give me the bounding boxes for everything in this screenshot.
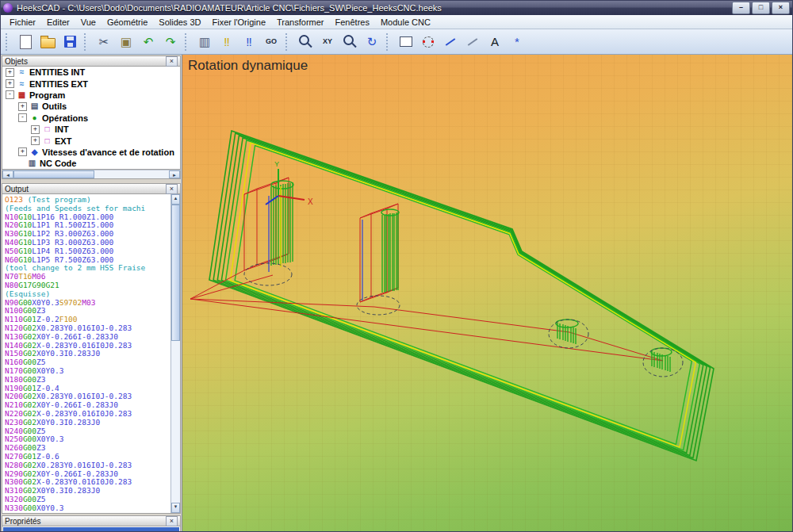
expander-icon[interactable]: - (6, 90, 14, 99)
tree-item-program[interactable]: -▦Program (2, 90, 180, 101)
entities-icon: ≈ (17, 80, 27, 88)
program-icon: ▦ (17, 91, 27, 99)
tree-item-operations[interactable]: -●Opérations (2, 113, 180, 124)
expander-icon[interactable]: - (18, 113, 27, 122)
output-panel-close-button[interactable]: × (166, 184, 178, 194)
tools-list-icon[interactable]: ▥ (193, 31, 216, 53)
open-file-icon[interactable] (36, 31, 59, 53)
properties-panel-title: Propriétés (5, 517, 41, 526)
objects-hscrollbar[interactable]: ◄ ► (2, 170, 181, 179)
title-bar[interactable]: HeeksCAD - C:\Users\Dodo\Documents\RADIO… (1, 1, 792, 15)
scroll-left-button[interactable]: ◄ (2, 170, 13, 178)
gcode-output-text: O123 (Test program)(Feeds and Speeds set… (5, 196, 170, 513)
expander-icon[interactable]: + (31, 136, 40, 145)
output-panel-title: Output (5, 185, 29, 193)
speeds-check-icon[interactable]: ‼ (216, 31, 238, 53)
menu-item-module-cnc[interactable]: Module CNC (375, 17, 436, 28)
pocket-hatch-left (271, 181, 293, 266)
paste-icon[interactable]: ▣ (115, 31, 137, 53)
scroll-down-button[interactable]: ▼ (171, 503, 180, 513)
profile-icon: □ (42, 137, 52, 145)
cut-icon[interactable]: ✂ (93, 31, 115, 53)
toolbar-grip (285, 33, 289, 51)
tree-item-int[interactable]: +□INT (2, 124, 180, 135)
axis-x-label: X (308, 197, 313, 206)
scroll-right-button[interactable]: ► (169, 170, 180, 178)
tree-item-outils[interactable]: +▤Outils (2, 101, 180, 112)
tree-item-entities-int[interactable]: +≈ENTITIES INT (2, 67, 180, 78)
menu-item-vue[interactable]: Vue (75, 17, 102, 28)
objects-panel-title: Objets (5, 57, 28, 66)
expander-icon[interactable]: + (18, 102, 27, 111)
menu-item-fichier[interactable]: Fichier (4, 17, 41, 28)
operations-icon: ● (29, 114, 40, 122)
expander-icon[interactable]: + (31, 125, 40, 134)
expander-icon[interactable]: + (6, 68, 14, 77)
objects-panel: Objets × +≈ENTITIES INT+≈ENTITIES EXT-▦P… (2, 55, 181, 179)
menu-item-editer[interactable]: Editer (41, 17, 75, 28)
scroll-thumb[interactable] (171, 205, 180, 341)
view-xy-icon[interactable]: XY (316, 31, 339, 53)
objects-tree: +≈ENTITIES INT+≈ENTITIES EXT-▦Program+▤O… (2, 67, 181, 170)
heekscad-window: HeeksCAD - C:\Users\Dodo\Documents\RADIO… (0, 0, 793, 532)
postprocess-icon[interactable]: GO (260, 31, 282, 53)
toolbar-grip (386, 33, 390, 51)
tree-item-entities-ext[interactable]: +≈ENTITIES EXT (2, 78, 180, 89)
toolbar-grip (185, 33, 189, 51)
tree-item-nc-code[interactable]: ▥NC Code (2, 158, 180, 169)
tools-icon: ▤ (29, 102, 40, 110)
menu-item-solides-3d[interactable]: Solides 3D (153, 17, 206, 28)
construction-line-icon[interactable] (462, 31, 484, 53)
text-tool-icon[interactable]: A (484, 31, 506, 53)
left-sidebar: Objets × +≈ENTITIES INT+≈ENTITIES EXT-▦P… (1, 55, 182, 532)
properties-panel-header[interactable]: Propriétés × (2, 515, 181, 526)
window-controls: –□× (732, 2, 790, 14)
tree-item-ext[interactable]: +□EXT (2, 135, 180, 146)
properties-panel-close-button[interactable]: × (166, 516, 178, 526)
save-icon[interactable] (59, 31, 81, 53)
menu-item-geometrie[interactable]: Géométrie (102, 17, 153, 28)
undo-icon[interactable]: ↶ (137, 31, 159, 53)
objects-panel-header[interactable]: Objets × (2, 55, 181, 67)
output-vscrollbar[interactable]: ▲ ▼ (170, 194, 180, 513)
entities-icon: ≈ (17, 68, 27, 76)
properties-panel: Propriétés × (2, 515, 181, 532)
output-panel-header[interactable]: Output × (2, 183, 181, 194)
pocket-hatch-right (381, 209, 399, 293)
redo-icon[interactable]: ↷ (159, 31, 182, 53)
axis-y-label: Y (274, 160, 279, 168)
maximize-button[interactable]: □ (752, 2, 770, 14)
objects-panel-close-button[interactable]: × (166, 56, 178, 67)
menu-item-fenetres[interactable]: Fenêtres (330, 17, 375, 28)
expander-icon[interactable]: + (6, 79, 14, 88)
properties-selected-row[interactable] (3, 527, 179, 532)
scroll-thumb[interactable] (13, 170, 94, 178)
rotate-view-icon[interactable]: ↻ (361, 31, 383, 53)
operations-check-icon[interactable]: ‼ (238, 31, 260, 53)
toolpath-contours (209, 131, 714, 461)
viewport-3d[interactable]: Rotation dynamique (182, 55, 793, 532)
menu-item-fixer-l-origine[interactable]: Fixer l'Origine (207, 17, 272, 28)
point-tool-icon[interactable]: * (506, 31, 528, 53)
new-file-icon[interactable] (14, 31, 36, 53)
select-box-icon[interactable] (395, 31, 417, 53)
part-outline-yellow (230, 143, 695, 447)
app-icon (3, 3, 13, 13)
viewport-mode-label: Rotation dynamique (188, 58, 308, 74)
toolbar: ✂▣↶↷▥‼‼GOXY↻A* (1, 29, 792, 55)
properties-grid (2, 526, 181, 532)
select-points-icon[interactable] (417, 31, 439, 53)
tree-item-vitesses-d-avance-et-de-rotation[interactable]: +◆Vitesses d'avance et de rotation (2, 147, 180, 158)
zoom-extents-icon[interactable] (294, 31, 316, 53)
speeds-icon: ◆ (29, 148, 40, 156)
close-button[interactable]: × (772, 2, 790, 14)
expander-icon[interactable]: + (18, 147, 27, 156)
menu-item-transformer[interactable]: Transformer (271, 17, 330, 28)
line-tool-icon[interactable] (439, 31, 462, 53)
minimize-button[interactable]: – (732, 2, 750, 14)
scroll-up-button[interactable]: ▲ (171, 194, 180, 205)
model-drawing: Y X (182, 55, 793, 532)
gcode-output-area[interactable]: O123 (Test program)(Feeds and Speeds set… (2, 194, 181, 514)
zoom-window-icon[interactable] (339, 31, 361, 53)
gcode-line: N330G00X0Y0.3 (5, 504, 170, 513)
